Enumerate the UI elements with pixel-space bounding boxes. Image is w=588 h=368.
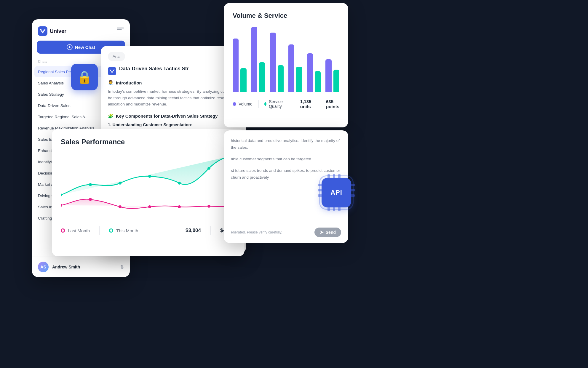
bar-purple-3: [270, 33, 276, 92]
app-name: Univer: [50, 28, 66, 34]
legend-last-month: Last Month: [61, 228, 90, 233]
service-label: Service Quality: [269, 99, 285, 109]
volume-title: Volume & Service: [233, 12, 339, 20]
svg-point-7: [207, 167, 210, 170]
svg-point-11: [119, 205, 122, 208]
last-month-value: $3,004: [186, 228, 201, 233]
key-components-heading: 🧩 Key Components for Data-Driven Sales S…: [108, 113, 239, 119]
volume-dot: [233, 102, 236, 106]
bar-teal-4: [296, 67, 302, 92]
univer-logo-icon: [38, 26, 47, 36]
volume-panel: Volume & Service Vol: [224, 3, 348, 127]
svg-point-10: [89, 198, 92, 201]
svg-point-12: [148, 205, 151, 208]
user-avatar: AS: [38, 262, 49, 272]
service-legend-item: Service Quality: [264, 99, 285, 109]
volume-label: Volume: [239, 102, 253, 106]
sales-chart-area: [61, 152, 236, 220]
intro-heading: 🧑‍💼 Introduction: [108, 80, 239, 85]
layout-toggle-icon[interactable]: [117, 28, 124, 35]
bar-group-3: [270, 33, 284, 92]
bar-group-2: [251, 27, 265, 92]
bar-teal-5: [315, 71, 321, 92]
sales-chart-panel: Sales Performance: [52, 129, 245, 256]
bar-purple-2: [251, 27, 257, 92]
last-month-dot: [61, 228, 65, 233]
volume-legend-item: Volume: [233, 102, 253, 106]
bar-teal-1: [240, 68, 246, 92]
last-month-label: Last Month: [68, 228, 90, 233]
bar-group-6: [325, 59, 339, 92]
svg-point-4: [119, 182, 122, 185]
bar-purple-5: [307, 53, 313, 92]
sub-point-1: 1. Understanding Customer Segmentation:: [108, 122, 239, 127]
svg-point-14: [207, 205, 210, 208]
bar-purple-6: [325, 59, 331, 92]
analyst-badge-text: Anal: [113, 54, 120, 59]
right-text-2: able customer segments that can be targe…: [231, 156, 341, 163]
svg-rect-0: [38, 26, 47, 36]
sidebar-footer: AS Andrew Smith ⇅: [32, 257, 130, 277]
disclaimer-text: enerated. Please verify carefully.: [231, 230, 282, 234]
new-chat-label: New Chat: [75, 45, 95, 50]
key-emoji: 🧩: [108, 113, 114, 119]
bar-purple-1: [233, 39, 239, 92]
chevron-updown-icon[interactable]: ⇅: [120, 264, 124, 270]
legend-divider: [99, 226, 100, 235]
this-month-dot: [109, 228, 113, 233]
bar-teal-2: [259, 62, 265, 92]
this-month-label: This Month: [116, 228, 138, 233]
right-text-1: historical data and predictive analytics…: [231, 137, 341, 151]
bar-teal-3: [278, 65, 284, 92]
send-icon: [320, 230, 324, 234]
avatar-image: AS: [38, 262, 49, 272]
svg-point-3: [89, 183, 92, 186]
chat-doc-title: Data-Driven Sales Tactics Str: [119, 66, 189, 72]
svg-rect-1: [108, 67, 116, 75]
analyst-badge: Anal: [108, 52, 125, 61]
logo-area: Univer: [38, 26, 66, 36]
intro-text: In today's competitive market, harness s…: [108, 88, 239, 108]
sidebar-header: Univer: [32, 19, 130, 41]
sales-chart-svg: [61, 152, 236, 220]
svg-point-6: [178, 182, 181, 185]
svg-point-9: [61, 204, 62, 207]
legend-this-month: This Month: [109, 228, 138, 233]
lock-icon: 🔒: [77, 70, 92, 84]
vol-divider: [258, 100, 259, 108]
api-label: API: [330, 189, 342, 196]
svg-point-5: [148, 175, 151, 178]
lock-overlay-icon: 🔒: [71, 64, 98, 90]
bar-purple-4: [288, 44, 294, 92]
bar-chart-area: [233, 27, 339, 92]
volume-value: 1,135 units: [300, 99, 314, 109]
service-dot: [264, 102, 266, 106]
send-button[interactable]: Send: [314, 228, 341, 237]
intro-emoji: 🧑‍💼: [108, 80, 114, 85]
legend-divider-2: [210, 226, 211, 235]
sales-chart-title: Sales Performance: [61, 138, 236, 146]
send-label: Send: [326, 230, 336, 235]
service-value: 635 points: [326, 99, 339, 109]
svg-point-2: [61, 193, 62, 196]
bar-teal-6: [333, 70, 339, 92]
volume-legend: Volume Service Quality 1,135 units 635 p…: [233, 99, 339, 109]
bar-group-1: [233, 39, 247, 92]
chart-legend: Last Month This Month $3,004 $4,504: [61, 226, 236, 235]
plus-circle-icon: +: [67, 44, 73, 50]
bar-group-4: [288, 44, 302, 92]
right-panel-footer: enerated. Please verify carefully. Send: [231, 224, 341, 237]
api-icon: API: [322, 178, 351, 207]
vol-divider-2: [320, 100, 320, 108]
bar-group-5: [307, 53, 321, 92]
user-name-label: Andrew Smith: [52, 265, 116, 269]
univer-chat-logo: [108, 67, 116, 75]
svg-point-13: [178, 205, 181, 208]
